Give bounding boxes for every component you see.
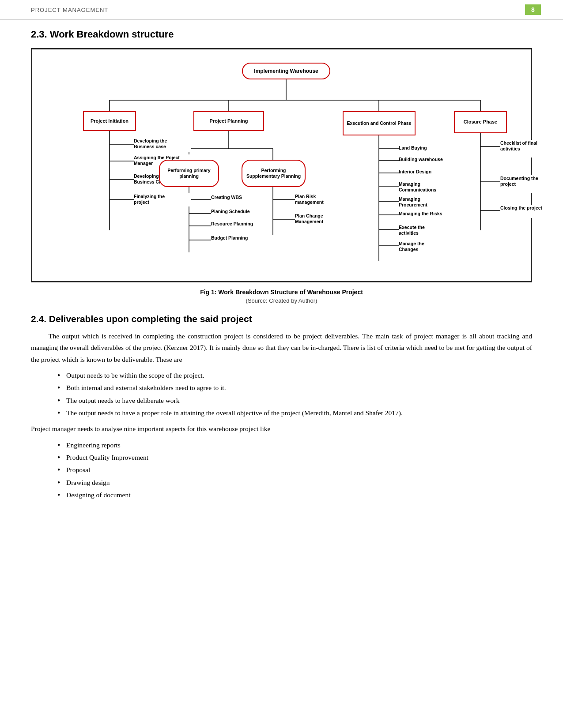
node-project-planning: Project Planning xyxy=(193,111,264,131)
fig-source: (Source: Created by Author) xyxy=(31,297,532,304)
node-execution-control: Execution and Control Phase xyxy=(343,111,416,135)
deliverables-bullets2: Engineering reportsProduct Quality Impro… xyxy=(57,439,532,501)
list-item: Engineering reports xyxy=(57,439,532,451)
ec-leaf-5: ManagingProcurement xyxy=(399,196,456,212)
pi-leaf-4: Finalyzing theproject xyxy=(134,193,191,206)
psp-leaf-1: Plan Riskmanagement xyxy=(295,193,344,209)
header-title: PROJECT MANAGEMENT xyxy=(31,7,108,13)
node-closure-phase: Closure Phase xyxy=(454,111,507,133)
list-item: Designing of document xyxy=(57,489,532,501)
ec-leaf-1: Land Buying xyxy=(399,145,456,155)
cp-leaf-2: Documenting theproject xyxy=(500,175,553,193)
deliverables-bullets1: Output needs to be within the scope of t… xyxy=(57,370,532,419)
pi-leaf-1: Developing theBusiness case xyxy=(134,138,191,152)
cp-leaf-3: Closing the project xyxy=(500,205,553,218)
section-deliverables-heading: 2.4. Deliverables upon completing the sa… xyxy=(31,314,532,324)
ppp-leaf-1: Creating WBS xyxy=(211,194,260,205)
list-item: The output needs to have deliberate work xyxy=(57,395,532,406)
fig-caption: Fig 1: Work Breakdown Structure of Wareh… xyxy=(31,289,532,296)
ppp-leaf-3: Resource Planning xyxy=(211,221,260,231)
list-item: Proposal xyxy=(57,464,532,476)
page-number: 8 xyxy=(525,4,541,15)
node-ppp: Performing primary planning xyxy=(159,160,219,187)
section-wbs-heading: 2.3. Work Breakdown structure xyxy=(31,29,532,40)
list-item: Both internal and external stakeholders … xyxy=(57,382,532,394)
ec-leaf-2: Building warehouse xyxy=(399,156,456,167)
ec-leaf-3: Interior Design xyxy=(399,169,456,179)
page-header: PROJECT MANAGEMENT 8 xyxy=(0,0,563,20)
ec-leaf-4: ManagingCommunications xyxy=(399,181,456,197)
ppp-leaf-2: Planing Schedule xyxy=(211,208,260,219)
main-content: 2.3. Work Breakdown structure xyxy=(0,29,563,501)
deliverables-paragraph1: The output which is received in completi… xyxy=(31,330,532,365)
deliverables-paragraph2: Project manager needs to analyse nine im… xyxy=(31,423,532,435)
ec-leaf-7: Execute theactivities xyxy=(399,224,456,240)
wbs-diagram: Implementing Warehouse Project Initiatio… xyxy=(39,58,533,274)
root-node: Implementing Warehouse xyxy=(242,63,330,79)
ppp-leaf-4: Budget Planning xyxy=(211,235,260,245)
list-item: Drawing design xyxy=(57,477,532,488)
psp-leaf-2: Plan ChangeManagement xyxy=(295,213,344,229)
ec-leaf-8: Manage theChanges xyxy=(399,240,456,256)
list-item: Product Quality Improvement xyxy=(57,452,532,463)
node-psp: Performing Supplementary Planning xyxy=(242,160,306,187)
list-item: Output needs to be within the scope of t… xyxy=(57,370,532,381)
cp-leaf-1: Checklist of finalactivities xyxy=(500,140,553,158)
list-item: The output needs to have a proper role i… xyxy=(57,407,532,419)
node-project-initiation: Project Initiation xyxy=(83,111,136,131)
wbs-diagram-container: Implementing Warehouse Project Initiatio… xyxy=(31,48,532,282)
ec-leaf-6: Managing the Risks xyxy=(399,210,456,221)
